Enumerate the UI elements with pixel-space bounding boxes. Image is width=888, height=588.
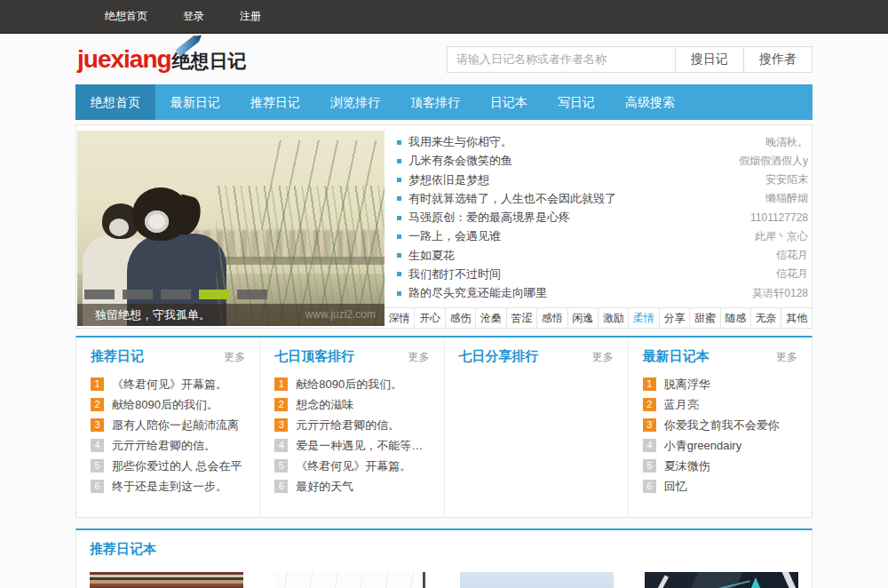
list-item[interactable]: 2蓝月亮 [643,398,797,411]
tag-rouqing[interactable]: 柔情 [628,308,658,328]
section-title: 推荐日记本 [90,541,798,558]
tag-tianmi[interactable]: 甜蜜 [689,308,719,328]
diary-row[interactable]: 路的尽头究竟还能走向哪里莫语轩0128 [395,284,812,302]
tag-shenqing[interactable]: 深情 [385,308,414,328]
tag-fenxiang[interactable]: 分享 [659,308,689,328]
list-item[interactable]: 6回忆 [643,480,797,493]
tag-cangsang[interactable]: 沧桑 [475,308,505,328]
tag-kuse[interactable]: 苦涩 [506,308,536,328]
slider-indicator-5[interactable] [237,290,267,299]
slider-indicator-3[interactable] [161,290,191,299]
slider-indicator-4[interactable] [199,290,229,299]
list-item[interactable]: 4爱是一种遇见，不能等待， [274,439,429,452]
list-item[interactable]: 1脱离浮华 [643,377,797,391]
nav-item-digg-ranking[interactable]: 顶客排行 [395,84,475,120]
nav-item-diarybook[interactable]: 日记本 [475,84,543,120]
diary-title[interactable]: 有时就算选错了，人生也不会因此就毁了 [408,191,765,207]
diary-author[interactable]: 假烟假酒假人y [739,154,812,169]
diary-title[interactable]: 一路上，会遇见谁 [408,228,755,244]
diarybook-thumbnail[interactable] [90,572,243,588]
diary-row[interactable]: 一路上，会遇见谁此岸丶京心 [395,227,812,245]
list-item[interactable]: 1献给8090后的我们。 [274,377,429,391]
slider-indicator-1[interactable] [84,290,115,299]
diary-author[interactable]: 晚清秋。 [765,135,812,150]
site-header: juexiang 绝想日记 搜日记 搜作者 [0,34,888,84]
search-author-button[interactable]: 搜作者 [744,46,813,73]
search-input[interactable] [447,46,676,73]
list-item[interactable]: 5《终君何见》开幕篇。 [274,459,429,473]
tag-kaixin[interactable]: 开心 [414,308,444,328]
wire-art [672,580,750,588]
more-link[interactable]: 更多 [776,350,797,365]
search-diary-button[interactable]: 搜日记 [676,46,744,73]
diary-author[interactable]: 信花月 [776,248,812,263]
slider-indicator-2[interactable] [123,290,153,299]
column-title: 七日顶客排行 [274,348,354,365]
diary-row[interactable]: 有时就算选错了，人生也不会因此就毁了懒猫醉烟 [395,190,812,208]
list-item[interactable]: 1《终君何见》开幕篇。 [91,377,245,391]
rank-badge: 3 [91,418,104,432]
more-link[interactable]: 更多 [224,350,245,365]
list-item[interactable]: 4元亓亓给君卿的信。 [91,439,245,452]
more-link[interactable]: 更多 [592,350,614,365]
diary-title[interactable]: 路的尽头究竟还能走向哪里 [408,285,752,301]
diary-author[interactable]: 懒猫醉烟 [765,191,812,206]
diary-row[interactable]: 几米有条会微笑的鱼假烟假酒假人y [395,152,812,170]
tag-qita[interactable]: 其他 [781,308,811,328]
tag-wunai[interactable]: 无奈 [750,308,781,328]
list-item[interactable]: 3元亓亓给君卿的信。 [274,418,429,432]
column-weekly-share: 七日分享排行 更多 [444,338,628,517]
list-item[interactable]: 6最好的天气 [274,480,429,493]
nav-item-view-ranking[interactable]: 浏览排行 [315,84,395,120]
topbar-link-login[interactable]: 登录 [165,0,222,32]
diary-row[interactable]: 我们都打不过时间信花月 [395,266,812,283]
nav-item-advanced-search[interactable]: 高级搜索 [610,84,690,120]
diarybook-thumbnail[interactable] [460,572,614,588]
more-link[interactable]: 更多 [408,350,430,365]
diary-title[interactable]: 梦想依旧是梦想 [408,172,765,188]
site-logo[interactable]: juexiang 绝想日记 [77,45,247,74]
diary-author[interactable]: 信花月 [776,266,812,282]
diary-title[interactable]: 我们都打不过时间 [408,266,776,282]
diary-author[interactable]: 安安陌末 [765,172,812,187]
list-item[interactable]: 2想念的滋味 [274,398,429,411]
diary-row[interactable]: 梦想依旧是梦想安安陌末 [395,171,812,189]
featured-slider[interactable]: www.juzi2.com 独留绝想，守我孤单。 [77,131,385,326]
list-item[interactable]: 5夏沫微伤 [643,459,797,473]
diary-author[interactable]: 1101127728 [750,211,812,224]
diary-title[interactable]: 几米有条会微笑的鱼 [408,153,739,169]
nav-item-write-diary[interactable]: 写日记 [543,84,610,120]
list-item[interactable]: 5那些你爱过的人 总会在平 [91,459,245,473]
diarybook-thumbnail[interactable] [274,572,428,588]
list-item[interactable]: 4小青greendairy [643,439,797,452]
diary-author[interactable]: 此岸丶京心 [755,229,812,244]
list-item[interactable]: 3愿有人陪你一起颠沛流离 [91,418,245,432]
topbar-link-register[interactable]: 注册 [222,0,279,32]
tag-jili[interactable]: 激励 [598,308,628,328]
diary-title[interactable]: 生如夏花 [408,248,776,264]
tag-xianyi[interactable]: 闲逸 [567,308,598,328]
diary-row[interactable]: 我用来生与你相守。晚清秋。 [395,133,812,151]
streak-art [781,572,798,588]
list-item[interactable]: 3你爱我之前我不会爱你 [643,418,797,432]
streak-art [646,575,669,588]
diary-row[interactable]: 生如夏花信花月 [395,247,812,265]
slider-indicators [84,290,267,299]
diarybook-thumbnail[interactable] [645,572,798,588]
weekly-top-list: 1献给8090后的我们。 2想念的滋味 3元亓亓给君卿的信。 4爱是一种遇见，不… [274,377,429,493]
diary-row[interactable]: 马强原创：爱的最高境界是心疼1101127728 [395,209,812,226]
list-item[interactable]: 6终于还是走到这一步。 [91,480,245,493]
nav-item-latest-diary[interactable]: 最新日记 [155,84,235,120]
rank-badge: 4 [274,439,288,452]
diary-author[interactable]: 莫语轩0128 [752,286,812,301]
tag-suigan[interactable]: 随感 [720,308,750,328]
diary-title[interactable]: 马强原创：爱的最高境界是心疼 [408,210,750,226]
tag-ganwu[interactable]: 感悟 [536,308,567,328]
tag-ganshang[interactable]: 感伤 [445,308,475,328]
topbar-link-home[interactable]: 绝想首页 [87,0,165,32]
nav-item-recommend-diary[interactable]: 推荐日记 [235,84,315,120]
bullet-icon [397,196,401,201]
diary-title[interactable]: 我用来生与你相守。 [408,134,765,150]
list-item[interactable]: 2献给8090后的我们。 [91,398,245,411]
nav-item-home[interactable]: 绝想首页 [75,84,155,120]
